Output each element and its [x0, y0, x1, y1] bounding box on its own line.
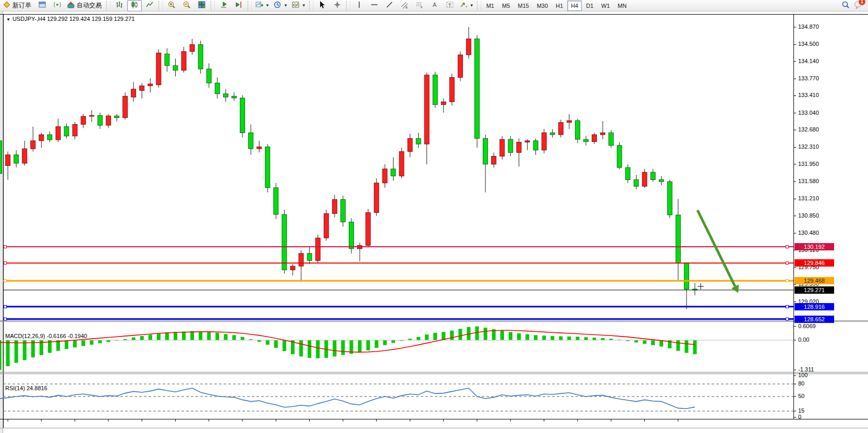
toolbar-grip: [211, 1, 215, 10]
bull-candle: [374, 183, 379, 213]
bear-candle: [206, 69, 211, 83]
svg-text:T: T: [448, 3, 451, 8]
collapse-caret-icon[interactable]: ▼: [6, 17, 10, 22]
indicators-button[interactable]: ▼: [253, 0, 271, 11]
bear-candle: [198, 44, 203, 69]
trendline-icon: [385, 1, 394, 10]
price-tick: 133.040: [798, 110, 819, 116]
text-label-icon: T: [446, 1, 454, 10]
bear-candle: [97, 115, 102, 125]
bull-candle: [466, 39, 471, 55]
fibonacci-button[interactable]: F: [412, 0, 427, 11]
autotrade-button[interactable]: 自动交易: [65, 0, 105, 11]
timeframe-button-mn[interactable]: MN: [614, 1, 630, 11]
crosshair-button[interactable]: [330, 0, 345, 11]
market-depth-icon: [38, 1, 46, 10]
vertical-line-button[interactable]: [352, 0, 366, 11]
bear-candle: [575, 121, 580, 139]
bull-candle: [290, 266, 295, 270]
zoom-out-button[interactable]: [179, 0, 194, 11]
bear-candle: [508, 139, 513, 152]
timeframe-button-h4[interactable]: H4: [567, 1, 582, 11]
indicators-icon: [255, 1, 263, 10]
hline-handle[interactable]: [4, 318, 7, 320]
text-button[interactable]: A: [427, 0, 442, 11]
bull-candle: [399, 152, 404, 176]
bear-candle: [231, 96, 236, 98]
templates-button[interactable]: ▼: [290, 0, 308, 11]
toolbar: 新订单 自动交易: [0, 0, 868, 11]
timeframe-button-m1[interactable]: M1: [483, 1, 498, 11]
bear-candle: [617, 146, 622, 167]
new-order-button[interactable]: 新订单: [1, 0, 34, 11]
bull-candle: [458, 55, 462, 77]
hline-handle[interactable]: [4, 246, 7, 248]
auto-scroll-button[interactable]: [216, 0, 231, 11]
arrows-button[interactable]: ▼: [458, 0, 475, 11]
timeframe-button-m30[interactable]: M30: [533, 1, 552, 11]
signal-button[interactable]: [50, 0, 65, 11]
zoom-in-button[interactable]: [164, 0, 179, 11]
bull-candle: [324, 213, 328, 238]
trendline-button[interactable]: [382, 0, 397, 11]
bull-candle: [449, 77, 454, 102]
periods-button[interactable]: ▼: [272, 0, 289, 11]
bull-candle: [106, 116, 111, 125]
market-depth-button[interactable]: [35, 0, 50, 11]
hline-handle[interactable]: [786, 318, 789, 320]
bull-candle: [366, 213, 371, 246]
zoom-out-icon: [182, 1, 191, 10]
hline-handle[interactable]: [4, 280, 7, 282]
time-axis[interactable]: 22 Dec 202222 Dec 16:0023 Dec 08:0027 De…: [0, 430, 868, 433]
hline-handle[interactable]: [4, 305, 7, 308]
timeframe-button-m5[interactable]: M5: [498, 1, 514, 11]
hline-handle[interactable]: [4, 262, 7, 264]
text-label-button[interactable]: T: [443, 0, 457, 11]
price-label-128.916: 128.916: [794, 303, 834, 310]
toolbar-grip: [346, 1, 350, 10]
autotrade-label: 自动交易: [77, 1, 102, 10]
bear-candle: [609, 133, 614, 146]
bear-candle: [483, 138, 488, 164]
hline-handle[interactable]: [786, 246, 789, 248]
price-axis[interactable]: 134.870134.500134.140133.770133.410133.0…: [794, 11, 868, 419]
bear-candle: [307, 254, 312, 261]
notification-badge: 1: [858, 0, 866, 6]
channel-button[interactable]: E: [397, 0, 412, 11]
line-chart-button[interactable]: [142, 0, 157, 11]
bear-candle: [223, 94, 228, 97]
candle-chart-button[interactable]: [127, 0, 142, 11]
chart-canvas[interactable]: [0, 11, 868, 433]
bull-candle: [39, 135, 44, 141]
crosshair-icon: [333, 1, 341, 10]
horizontal-line-button[interactable]: [367, 0, 382, 11]
chart-title-text: USDJPY-,H4 129.292 129.424 129.159 129.2…: [13, 16, 135, 22]
search-button[interactable]: [838, 0, 853, 11]
rsi-tick: 100: [798, 372, 808, 378]
hline-handle[interactable]: [786, 262, 789, 264]
bull-candle: [315, 238, 320, 260]
bull-candle: [383, 169, 387, 183]
bear-candle: [391, 169, 396, 176]
cursor-button[interactable]: [315, 0, 329, 11]
hline-handle[interactable]: [786, 280, 789, 282]
bull-candle: [257, 147, 262, 149]
timeframe-button-h1[interactable]: H1: [552, 1, 567, 11]
price-tick: 130.480: [798, 230, 819, 236]
bull-candle: [517, 142, 521, 153]
text-icon: A: [431, 1, 439, 10]
price-tick: 131.950: [798, 161, 819, 167]
hline-handle[interactable]: [786, 305, 789, 308]
price-label-129.271: 129.271: [794, 286, 834, 294]
templates-icon: [291, 1, 300, 10]
chart-shift-button[interactable]: [231, 0, 246, 11]
bear-candle: [475, 39, 480, 139]
price-tick: 130.850: [798, 212, 819, 219]
tile-windows-button[interactable]: [194, 0, 209, 11]
timeframe-button-w1[interactable]: W1: [597, 1, 614, 11]
timeframe-button-d1[interactable]: D1: [582, 1, 597, 11]
timeframe-button-m15[interactable]: M15: [514, 1, 532, 11]
bar-chart-button[interactable]: [112, 0, 127, 11]
chat-button[interactable]: 1: [853, 0, 863, 11]
price-label-128.652: 128.652: [794, 316, 834, 323]
